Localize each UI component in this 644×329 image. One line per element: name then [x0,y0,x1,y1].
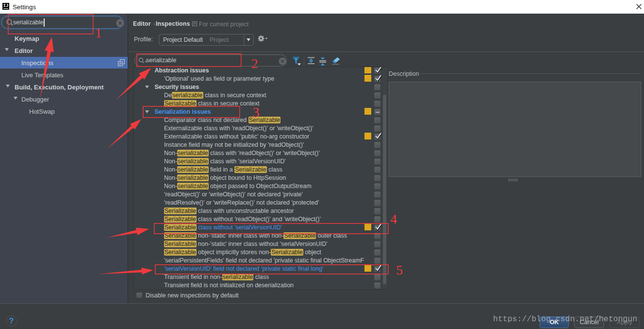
svg-text:5: 5 [396,262,403,277]
svg-text:4: 4 [390,211,397,226]
svg-text:3: 3 [252,104,260,120]
svg-text:2: 2 [251,56,258,71]
svg-text:1: 1 [95,26,102,40]
